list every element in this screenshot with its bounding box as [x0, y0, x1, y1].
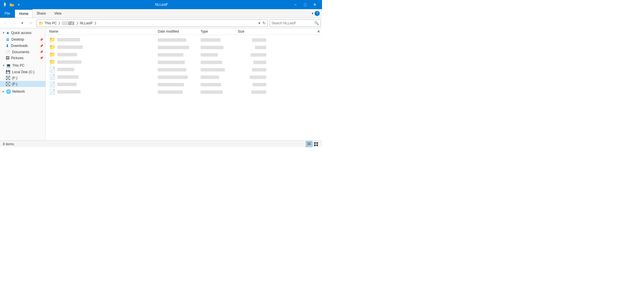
tab-view[interactable]: View: [50, 9, 66, 18]
blurred-date: [158, 76, 188, 79]
sort-up-indicator[interactable]: ▲: [315, 28, 322, 33]
address-this-pc[interactable]: This PC: [45, 21, 57, 25]
address-folder-icon: 📁: [39, 21, 43, 25]
file-icon: 📁: [49, 44, 55, 50]
pictures-pin-icon: 📌: [40, 56, 43, 59]
sidebar-item-drive-f1-label: (F:): [12, 76, 17, 80]
documents-pin-icon: 📌: [40, 50, 43, 53]
blurred-type: [201, 61, 222, 64]
table-row[interactable]: 📁: [46, 43, 322, 51]
sidebar-item-downloads-label: Downloads: [11, 44, 28, 48]
table-row[interactable]: 📄: [46, 81, 322, 88]
sidebar-item-pictures[interactable]: 🖼 Pictures 📌: [0, 55, 45, 61]
sidebar-item-drive-f2-label: (F:): [12, 82, 17, 86]
blurred-size: [251, 53, 266, 57]
blurred-date: [158, 83, 184, 86]
table-row[interactable]: 📄: [46, 66, 322, 73]
table-row[interactable]: 📁: [46, 36, 322, 43]
address-folder-nlastf[interactable]: NLLastF: [80, 21, 93, 25]
tab-home[interactable]: Home: [15, 9, 33, 18]
sidebar-item-documents-label: Documents: [12, 50, 29, 54]
svg-rect-7: [316, 142, 318, 144]
tab-file[interactable]: File: [0, 9, 15, 18]
col-header-type[interactable]: Type: [201, 29, 238, 33]
recent-locations-button[interactable]: ▼: [18, 19, 26, 27]
blurred-date: [158, 53, 183, 57]
search-input[interactable]: [271, 21, 314, 25]
close-button[interactable]: ✕: [310, 0, 320, 9]
this-pc-chevron: ▼: [2, 64, 5, 67]
folder-icon[interactable]: [9, 2, 14, 7]
col-header-name[interactable]: Name: [49, 29, 158, 33]
minimize-button[interactable]: −: [291, 0, 300, 9]
blurred-size: [252, 38, 266, 42]
navigation-bar: ← → ▼ ↑ 📁 This PC ❯ (Z:) ❯ NLLastF ❯ ▼ ↻…: [0, 18, 322, 28]
address-sep-1: ❯: [58, 21, 61, 25]
drive-f2-icon: 💽: [6, 82, 10, 86]
sidebar-section-quick-access[interactable]: ▼ ★ Quick access: [0, 29, 45, 36]
ribbon-collapse-btn[interactable]: ▾: [312, 11, 313, 15]
sidebar-item-documents[interactable]: 📄 Documents 📌: [0, 49, 45, 55]
address-sep-3: ❯: [94, 21, 97, 25]
quick-access-toolbar-dropdown[interactable]: ▾: [16, 2, 21, 7]
blurred-type: [201, 46, 223, 49]
table-row[interactable]: 📄: [46, 73, 322, 81]
address-dropdown-btn[interactable]: ▼: [258, 21, 261, 25]
search-icon[interactable]: 🔍: [314, 21, 319, 25]
svg-rect-4: [307, 144, 311, 144]
pictures-icon: 🖼: [6, 56, 9, 60]
large-icons-view-btn[interactable]: [313, 141, 319, 147]
sidebar-item-drive-f1[interactable]: 💽 (F:): [0, 75, 45, 81]
blurred-size: [250, 76, 266, 79]
col-header-date[interactable]: Date modified: [158, 29, 201, 33]
up-button[interactable]: ↑: [27, 19, 35, 27]
file-icon: 📁: [49, 51, 55, 58]
address-bar[interactable]: 📁 This PC ❯ (Z:) ❯ NLLastF ❯ ▼ ↻: [37, 19, 268, 27]
blurred-type: [201, 76, 219, 79]
maximize-button[interactable]: □: [300, 0, 310, 9]
quick-access-star-icon: ★: [6, 31, 10, 35]
blurred-filename: [57, 83, 77, 86]
file-icon: 📄: [49, 81, 55, 88]
blurred-type: [201, 53, 218, 57]
title-bar-icons: ▾: [2, 2, 21, 7]
pin-icon[interactable]: [2, 2, 7, 7]
file-icon: 📁: [49, 37, 55, 43]
blurred-date: [158, 90, 183, 94]
downloads-icon: ⬇: [6, 43, 9, 48]
blurred-filename: [57, 45, 83, 49]
blurred-type: [201, 68, 225, 71]
title-bar-controls: − □ ✕: [291, 0, 320, 9]
table-row[interactable]: 📁: [46, 58, 322, 66]
blurred-date: [158, 38, 186, 42]
help-btn[interactable]: ?: [315, 11, 320, 16]
sidebar-item-drive-f2[interactable]: 💽 (F:): [0, 81, 45, 87]
sidebar-item-desktop[interactable]: 🖥 Desktop 📌: [0, 36, 45, 43]
details-view-btn[interactable]: [306, 141, 312, 147]
svg-rect-2: [5, 5, 5, 7]
blurred-date: [158, 46, 189, 49]
address-drive-z[interactable]: (Z:): [62, 21, 75, 25]
search-box[interactable]: 🔍: [269, 19, 321, 27]
sidebar-section-network[interactable]: ► 🌐 Network: [0, 88, 45, 95]
svg-rect-5: [307, 145, 311, 145]
sidebar-item-local-disk-c[interactable]: 💾 Local Disk (C:): [0, 69, 45, 75]
desktop-pin-icon: 📌: [40, 38, 43, 41]
table-row[interactable]: 📁: [46, 51, 322, 58]
sidebar: ▼ ★ Quick access 🖥 Desktop 📌 ⬇ Downloads…: [0, 28, 46, 140]
table-row[interactable]: 📄: [46, 88, 322, 96]
svg-rect-1: [4, 5, 6, 5]
blurred-date: [158, 68, 186, 71]
col-header-size[interactable]: Size: [238, 29, 266, 33]
back-button[interactable]: ←: [1, 19, 9, 27]
forward-button[interactable]: →: [10, 19, 18, 27]
sidebar-item-downloads[interactable]: ⬇ Downloads 📌: [0, 43, 45, 49]
address-refresh-btn[interactable]: ↻: [263, 21, 266, 25]
documents-icon: 📄: [6, 50, 10, 54]
sidebar-section-this-pc[interactable]: ▼ 💻 This PC: [0, 62, 45, 69]
content-area[interactable]: ▲ Name Date modified Type Size 📁 📁: [46, 28, 322, 140]
svg-rect-0: [4, 3, 5, 5]
svg-rect-6: [314, 142, 316, 144]
item-count: 8 items: [3, 142, 14, 146]
tab-share[interactable]: Share: [33, 9, 50, 18]
